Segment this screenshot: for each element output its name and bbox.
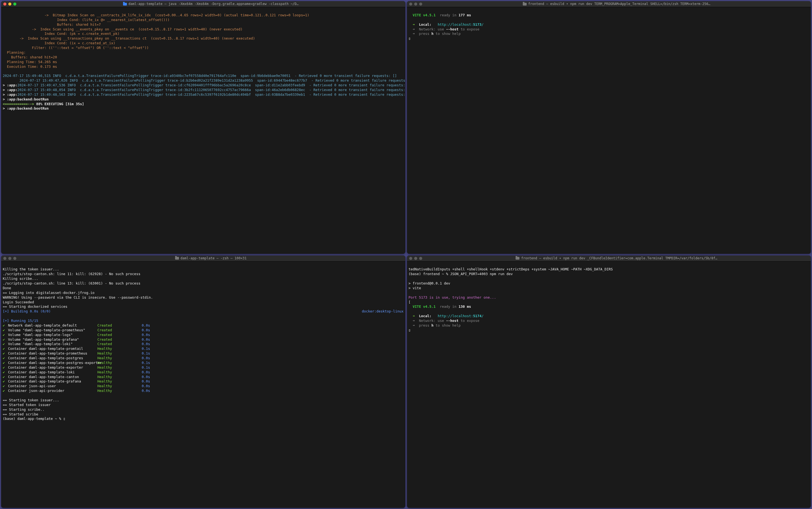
prompt[interactable]: (base) daml-app-template ~ % ▯ — [3, 416, 65, 421]
terminal-bottom-left[interactable]: daml-app-template — -zsh — 100×31 Killin… — [1, 256, 405, 508]
terminal-top-left[interactable]: daml-app-template — java -Xmx64m -Xms64m… — [1, 1, 405, 254]
check-icon: ✔ — [3, 365, 5, 370]
status: Healthy — [97, 346, 142, 351]
docker-row: ✔ Volume "daml-app-template-prometheus"C… — [3, 328, 404, 333]
docker-row: ✔ Container daml-app-template-cantonHeal… — [3, 375, 404, 379]
resource-name: Volume "daml-app-template-prometheus" — [6, 328, 97, 333]
resource-name: Volume "daml-app-template-grafana" — [6, 337, 97, 342]
time: 0.1s — [142, 361, 150, 365]
docker-row: ✔ Network daml-app-template_defaultCreat… — [3, 323, 404, 328]
resource-name: Container daml-app-template-exporter — [6, 365, 97, 370]
check-icon: ✔ — [3, 384, 5, 388]
time: 0.0s — [142, 384, 150, 388]
time: 0.0s — [142, 375, 150, 379]
close-icon[interactable] — [3, 2, 6, 5]
terminal-content[interactable]: Killing the token issuer... ./scripts/st… — [1, 262, 405, 508]
check-icon: ✔ — [3, 379, 5, 384]
zoom-icon[interactable] — [13, 2, 17, 5]
status: Healthy — [97, 384, 142, 388]
resource-name: Container daml-app-template-loki — [6, 370, 97, 375]
resource-name: Volume "daml-app-template-logs" — [6, 333, 97, 337]
docker-row: ✔ Container daml-app-template-postgresHe… — [3, 356, 404, 361]
minimize-icon[interactable] — [8, 257, 11, 260]
time: 0.1s — [142, 346, 150, 351]
status: Healthy — [97, 356, 142, 361]
minimize-icon[interactable] — [414, 257, 417, 260]
docker-row: ✔ Container json-api-providerHealthy0.0s — [3, 388, 404, 393]
terminal-content[interactable]: -> Bitmap Index Scan on __contracts_24_l… — [1, 7, 405, 254]
status: Healthy — [97, 379, 142, 384]
docker-row: ✔ Container json-api-userHealthy0.0s — [3, 384, 404, 388]
traffic-lights — [3, 257, 17, 260]
status: Created — [97, 333, 142, 337]
zoom-icon[interactable] — [419, 2, 422, 5]
resource-name: Container daml-app-template-grafana — [6, 379, 97, 384]
time: 0.1s — [142, 365, 150, 370]
time: 0.0s — [142, 323, 150, 328]
minimize-icon[interactable] — [8, 2, 11, 5]
docker-row: ✔ Container daml-app-template-lokiHealth… — [3, 370, 404, 375]
folder-icon — [175, 257, 179, 260]
status: Healthy — [97, 370, 142, 375]
time: 0.0s — [142, 328, 150, 333]
check-icon: ✔ — [3, 351, 5, 356]
minimize-icon[interactable] — [414, 2, 417, 5]
time: 0.1s — [142, 351, 150, 356]
traffic-lights — [409, 257, 422, 260]
check-icon: ✔ — [3, 328, 5, 333]
terminal-top-right[interactable]: frontend — esbuild ∙ npm run dev TERM_PR… — [407, 1, 811, 254]
check-icon: ✔ — [3, 337, 5, 342]
titlebar[interactable]: daml-app-template — java -Xmx64m -Xms64m… — [1, 1, 405, 7]
time: 0.0s — [142, 388, 150, 393]
docker-row: ✔ Volume "daml-app-template-grafana"Crea… — [3, 337, 404, 342]
status: Created — [97, 328, 142, 333]
close-icon[interactable] — [3, 257, 6, 260]
check-icon: ✔ — [3, 370, 5, 375]
status: Healthy — [97, 365, 142, 370]
check-icon: ✔ — [3, 346, 5, 351]
zoom-icon[interactable] — [13, 257, 17, 260]
resource-name: Container daml-app-template-promtail — [6, 346, 97, 351]
window-title: daml-app-template — java -Xmx64m -Xms64m… — [19, 2, 403, 6]
resource-name: Container daml-app-template-postgres — [6, 356, 97, 361]
window-title: frontend — esbuild ∙ npm run dev TERM_PR… — [425, 2, 809, 6]
traffic-lights — [409, 2, 422, 5]
titlebar[interactable]: frontend — esbuild ∙ npm run dev _CFBund… — [407, 256, 811, 262]
window-title: frontend — esbuild ∙ npm run dev _CFBund… — [425, 256, 809, 261]
check-icon: ✔ — [3, 342, 5, 346]
check-icon: ✔ — [3, 356, 5, 361]
resource-name: Container daml-app-template-canton — [6, 375, 97, 379]
status: Healthy — [97, 351, 142, 356]
check-icon: ✔ — [3, 323, 5, 328]
docker-row: ✔ Container daml-app-template-promtailHe… — [3, 346, 404, 351]
resource-name: Volume "daml-app-template-loki" — [6, 342, 97, 346]
close-icon[interactable] — [409, 2, 412, 5]
terminal-bottom-right[interactable]: frontend — esbuild ∙ npm run dev _CFBund… — [407, 256, 811, 508]
docker-row: ✔ Container daml-app-template-prometheus… — [3, 351, 404, 356]
check-icon: ✔ — [3, 333, 5, 337]
folder-icon — [123, 3, 127, 5]
folder-icon — [516, 257, 520, 260]
status: Created — [97, 337, 142, 342]
resource-name: Network daml-app-template_default — [6, 323, 97, 328]
check-icon: ✔ — [3, 375, 5, 379]
close-icon[interactable] — [409, 257, 412, 260]
zoom-icon[interactable] — [419, 257, 422, 260]
terminal-content[interactable]: tedNativeBuildInputs +shell +shellHook +… — [407, 262, 811, 508]
check-icon: ✔ — [3, 361, 5, 365]
cursor: ▯ — [409, 36, 411, 40]
window-title: daml-app-template — -zsh — 100×31 — [19, 256, 403, 261]
titlebar[interactable]: daml-app-template — -zsh — 100×31 — [1, 256, 405, 262]
resource-name: Container daml-app-template-postgres-exp… — [6, 361, 97, 365]
resource-name: Container json-api-user — [6, 384, 97, 388]
time: 0.0s — [142, 337, 150, 342]
terminal-content[interactable]: VITE v4.5.1 ready in 177 ms ➜ Local: htt… — [407, 7, 811, 254]
time: 0.0s — [142, 356, 150, 361]
resource-name: Container json-api-provider — [6, 388, 97, 393]
check-icon: ✔ — [3, 388, 5, 393]
titlebar[interactable]: frontend — esbuild ∙ npm run dev TERM_PR… — [407, 1, 811, 7]
resource-name: Container daml-app-template-prometheus — [6, 351, 97, 356]
status: Created — [97, 323, 142, 328]
docker-row: ✔ Volume "daml-app-template-logs"Created… — [3, 333, 404, 337]
cursor: ▯ — [409, 328, 411, 332]
